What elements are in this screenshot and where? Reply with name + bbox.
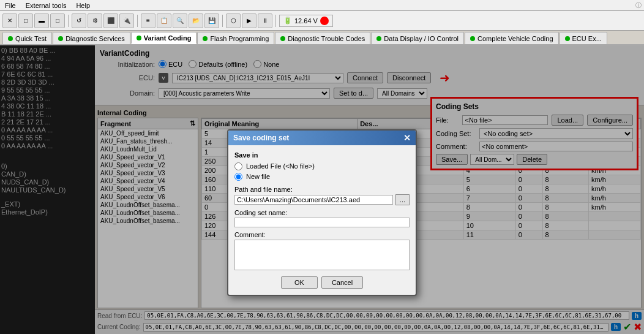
menu-file[interactable]: File: [2, 2, 18, 9]
separator-1: [68, 15, 69, 27]
modal-ok-button[interactable]: OK: [281, 276, 318, 289]
voltage-badge: 🔋 12.64 V: [279, 15, 333, 27]
tab-ecu-ex[interactable]: ECU Ex...: [560, 32, 607, 44]
radio-loaded-file[interactable]: Loaded File (<No file>): [234, 162, 410, 170]
toolbar-btn-14[interactable]: ⬡: [226, 13, 241, 28]
save-coding-set-modal: Save coding set ✕ Save in Loaded File (<…: [227, 129, 417, 296]
toolbar-btn-9[interactable]: ≡: [141, 13, 155, 28]
tab-dot-dtc: [280, 36, 285, 41]
coding-set-name-label: Coding set name:: [234, 209, 410, 216]
modal-close-button[interactable]: ✕: [403, 133, 411, 143]
menu-external-tools[interactable]: External tools: [23, 2, 69, 9]
tab-complete-vehicle[interactable]: Complete Vehicle Coding: [465, 32, 559, 44]
tab-label-ecu: ECU Ex...: [572, 35, 602, 42]
toolbar-btn-7[interactable]: ⬛: [103, 13, 118, 28]
path-input[interactable]: [234, 195, 393, 205]
modal-overlay: Save coding set ✕ Save in Loaded File (<…: [0, 45, 644, 334]
modal-btn-row: OK Cancel: [234, 276, 410, 289]
tab-bar: Quick Test Diagnostic Services Variant C…: [0, 31, 644, 45]
coding-set-name-row: [234, 218, 410, 227]
toolbar-btn-4[interactable]: □: [50, 13, 65, 28]
toolbar-btn-6[interactable]: ⚙: [88, 13, 102, 28]
toolbar-btn-15[interactable]: ▶: [242, 13, 256, 28]
tab-dot-quick-test: [8, 36, 13, 41]
toolbar-btn-5[interactable]: ↺: [72, 13, 86, 28]
tab-label-variant: Variant Coding: [144, 34, 192, 42]
modal-cancel-button[interactable]: Cancel: [321, 276, 363, 289]
toolbar-btn-1[interactable]: ✕: [2, 13, 17, 28]
tab-label-flash: Flash Programming: [210, 35, 269, 42]
coding-set-name-input[interactable]: [234, 218, 410, 227]
tab-dot-ecu: [565, 36, 570, 41]
connection-status-icon: [320, 17, 329, 25]
tab-data-display[interactable]: Data Display / IO Control: [371, 32, 464, 44]
tab-flash-programming[interactable]: Flash Programming: [197, 32, 274, 44]
tab-label-complete: Complete Vehicle Coding: [477, 35, 553, 42]
toolbar-btn-2[interactable]: □: [18, 13, 33, 28]
tab-dot-complete: [470, 36, 475, 41]
tab-label-quick-test: Quick Test: [15, 35, 47, 42]
save-in-label: Save in: [234, 151, 410, 159]
tab-label-diag: Diagnostic Services: [66, 35, 125, 42]
menu-help[interactable]: Help: [73, 2, 92, 9]
browse-button[interactable]: ...: [395, 194, 410, 205]
tab-quick-test[interactable]: Quick Test: [2, 32, 52, 44]
tab-dot-data: [376, 36, 381, 41]
toolbar-btn-13[interactable]: 💾: [204, 13, 219, 28]
toolbar-btn-8[interactable]: 🔌: [119, 13, 134, 28]
separator-3: [222, 15, 223, 27]
voltage-value: 12.64 V: [294, 17, 318, 25]
radio-new-file[interactable]: New file: [234, 173, 410, 181]
separator-2: [137, 15, 138, 27]
toolbar-btn-10[interactable]: 📋: [157, 13, 171, 28]
radio-new-label: New file: [246, 173, 270, 180]
modal-title-bar: Save coding set ✕: [228, 131, 416, 145]
toolbar-btn-3[interactable]: ▬: [34, 13, 49, 28]
path-label: Path and file name:: [234, 186, 410, 193]
toolbar-btn-16[interactable]: ⏸: [258, 13, 272, 28]
tab-dtc[interactable]: Diagnostic Trouble Codes: [275, 32, 370, 44]
tab-label-data: Data Display / IO Control: [384, 35, 459, 42]
tab-dot-flash: [203, 36, 208, 41]
tab-label-dtc: Diagnostic Trouble Codes: [288, 35, 365, 42]
toolbar: ✕ □ ▬ □ ↺ ⚙ ⬛ 🔌 ≡ 📋 🔍 📂 💾 ⬡ ▶ ⏸ 🔋 12.64 …: [0, 11, 644, 31]
tab-diagnostic-services[interactable]: Diagnostic Services: [53, 32, 130, 44]
path-input-row: ...: [234, 194, 410, 205]
toolbar-btn-11[interactable]: 🔍: [173, 13, 187, 28]
tab-dot-variant: [137, 36, 141, 40]
tab-variant-coding[interactable]: Variant Coding: [131, 32, 197, 44]
comment-label: Comment:: [234, 231, 410, 238]
radio-loaded-label: Loaded File (<No file>): [246, 162, 315, 170]
modal-body: Save in Loaded File (<No file>) New file…: [228, 145, 416, 295]
comment-textarea[interactable]: [234, 240, 410, 270]
tab-dot-diag: [58, 36, 63, 41]
modal-title: Save coding set: [233, 134, 289, 142]
toolbar-btn-12[interactable]: 📂: [189, 13, 203, 28]
separator-4: [275, 15, 276, 27]
menu-bar: File External tools Help ⓘ: [0, 0, 644, 11]
main-layout: 0) BB 88 A0 BE ... 4 94 AA 5A 96 ... 6 6…: [0, 45, 644, 334]
save-in-radio-group: Loaded File (<No file>) New file: [234, 162, 410, 181]
